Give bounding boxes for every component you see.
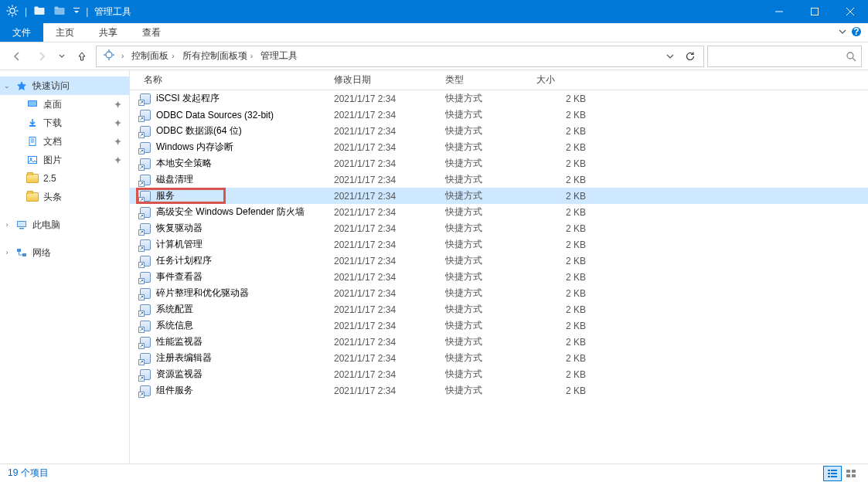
file-row[interactable]: ↗恢复驱动器2021/1/17 2:34快捷方式2 KB [130,220,868,236]
file-type: 快捷方式 [445,254,536,267]
file-row[interactable]: ↗ODBC 数据源(64 位)2021/1/17 2:34快捷方式2 KB [130,123,868,139]
file-size: 2 KB [536,304,591,315]
minimize-button[interactable] [761,0,797,23]
file-row[interactable]: ↗任务计划程序2021/1/17 2:34快捷方式2 KB [130,253,868,269]
nav-item-文档[interactable]: 文档 [0,132,129,151]
file-type: 快捷方式 [445,124,536,137]
back-button[interactable] [6,46,28,67]
expand-icon[interactable]: › [3,221,11,229]
refresh-button[interactable] [680,46,700,66]
qat-folder-icon[interactable] [30,5,49,19]
nav-item-2.5[interactable]: 2.5 [0,169,129,188]
view-large-icons-button[interactable] [842,466,860,481]
file-row[interactable]: ↗ODBC Data Sources (32-bit)2021/1/17 2:3… [130,107,868,123]
crumb-control-panel[interactable]: 控制面板› [128,49,177,63]
svg-rect-45 [828,476,830,477]
address-bar[interactable]: › 控制面板› 所有控制面板项› 管理工具 [96,46,704,67]
nav-item-label: 图片 [43,154,62,167]
column-date[interactable]: 修改日期 [334,73,445,87]
file-date: 2021/1/17 2:34 [334,369,445,380]
tab-view[interactable]: 查看 [130,23,173,42]
file-size: 2 KB [536,256,591,266]
up-button[interactable] [71,46,93,67]
tab-share[interactable]: 共享 [87,23,130,42]
file-row[interactable]: ↗服务2021/1/17 2:34快捷方式2 KB [130,188,868,204]
shortcut-icon: ↗ [139,352,151,365]
crumb-all-items[interactable]: 所有控制面板项› [179,49,256,63]
network-icon [15,246,28,259]
help-icon[interactable]: ? [851,26,862,39]
nav-item-图片[interactable]: 图片 [0,151,129,169]
file-row[interactable]: ↗事件查看器2021/1/17 2:34快捷方式2 KB [130,269,868,285]
shortcut-icon: ↗ [139,239,151,251]
svg-rect-38 [19,228,24,229]
file-row[interactable]: ↗注册表编辑器2021/1/17 2:34快捷方式2 KB [130,350,868,366]
column-name[interactable]: 名称 [139,73,334,87]
file-type: 快捷方式 [445,157,536,170]
nav-this-pc[interactable]: › 此电脑 [0,216,129,234]
column-size[interactable]: 大小 [536,73,591,87]
search-input[interactable] [713,51,846,62]
nav-network[interactable]: › 网络 [0,243,129,262]
file-name: 计算机管理 [156,238,203,251]
file-size: 2 KB [536,369,591,380]
file-row[interactable]: ↗碎片整理和优化驱动器2021/1/17 2:34快捷方式2 KB [130,285,868,301]
ribbon-expand-icon[interactable] [839,27,846,38]
file-type: 快捷方式 [445,205,536,219]
file-row[interactable]: ↗磁盘清理2021/1/17 2:34快捷方式2 KB [130,171,868,188]
downloads-icon [26,117,39,129]
file-size: 2 KB [536,175,591,185]
file-row[interactable]: ↗高级安全 Windows Defender 防火墙2021/1/17 2:34… [130,204,868,220]
file-row[interactable]: ↗本地安全策略2021/1/17 2:34快捷方式2 KB [130,155,868,171]
search-box[interactable] [707,46,862,67]
view-details-button[interactable] [823,466,842,481]
status-bar: 19 个项目 [0,463,868,482]
column-type[interactable]: 类型 [445,73,536,87]
file-row[interactable]: ↗系统配置2021/1/17 2:34快捷方式2 KB [130,301,868,317]
chevron-right-icon[interactable]: › [250,52,253,60]
file-row[interactable]: ↗组件服务2021/1/17 2:34快捷方式2 KB [130,382,868,399]
maximize-button[interactable] [797,0,832,23]
file-row[interactable]: ↗iSCSI 发起程序2021/1/17 2:34快捷方式2 KB [130,90,868,107]
shortcut-icon: ↗ [139,158,151,170]
navigation-pane: ⌄ 快速访问 桌面下载文档图片2.5头条 › 此电脑 › 网络 [0,70,130,463]
file-type: 快捷方式 [445,319,536,332]
svg-rect-47 [846,470,850,473]
breadcrumb: › 控制面板› 所有控制面板项› 管理工具 [118,49,660,63]
svg-rect-37 [18,222,26,226]
file-row[interactable]: ↗Windows 内存诊断2021/1/17 2:34快捷方式2 KB [130,139,868,155]
file-list[interactable]: ↗iSCSI 发起程序2021/1/17 2:34快捷方式2 KB↗ODBC D… [130,90,868,463]
tab-home[interactable]: 主页 [43,23,87,42]
file-name: 本地安全策略 [156,157,212,170]
close-button[interactable] [832,0,868,23]
history-dropdown[interactable] [56,53,68,59]
file-row[interactable]: ↗性能监视器2021/1/17 2:34快捷方式2 KB [130,334,868,350]
file-row[interactable]: ↗资源监视器2021/1/17 2:34快捷方式2 KB [130,366,868,382]
file-row[interactable]: ↗系统信息2021/1/17 2:34快捷方式2 KB [130,317,868,334]
qat-dropdown-icon[interactable] [70,5,83,19]
file-row[interactable]: ↗计算机管理2021/1/17 2:34快捷方式2 KB [130,236,868,253]
nav-quick-access[interactable]: ⌄ 快速访问 [0,76,129,95]
nav-item-label: 2.5 [43,173,56,184]
search-icon[interactable] [846,51,856,62]
file-type: 快捷方式 [445,335,536,348]
pin-icon [114,100,121,108]
collapse-icon[interactable]: ⌄ [3,82,11,90]
forward-button[interactable] [31,46,53,67]
file-date: 2021/1/17 2:34 [334,158,445,169]
expand-icon[interactable]: › [3,249,11,256]
chevron-right-icon[interactable]: › [172,52,174,60]
svg-line-8 [15,6,17,8]
nav-item-头条[interactable]: 头条 [0,188,129,206]
qat-folder2-icon[interactable] [50,5,69,19]
file-date: 2021/1/17 2:34 [334,353,445,364]
tab-file[interactable]: 文件 [0,23,43,42]
crumb-admin-tools[interactable]: 管理工具 [257,49,301,63]
svg-rect-10 [35,6,39,8]
nav-item-下载[interactable]: 下载 [0,114,129,132]
address-dropdown[interactable] [660,46,680,66]
nav-item-桌面[interactable]: 桌面 [0,95,129,114]
chevron-right-icon[interactable]: › [121,52,124,60]
svg-line-7 [9,13,10,15]
file-type: 快捷方式 [445,189,536,202]
